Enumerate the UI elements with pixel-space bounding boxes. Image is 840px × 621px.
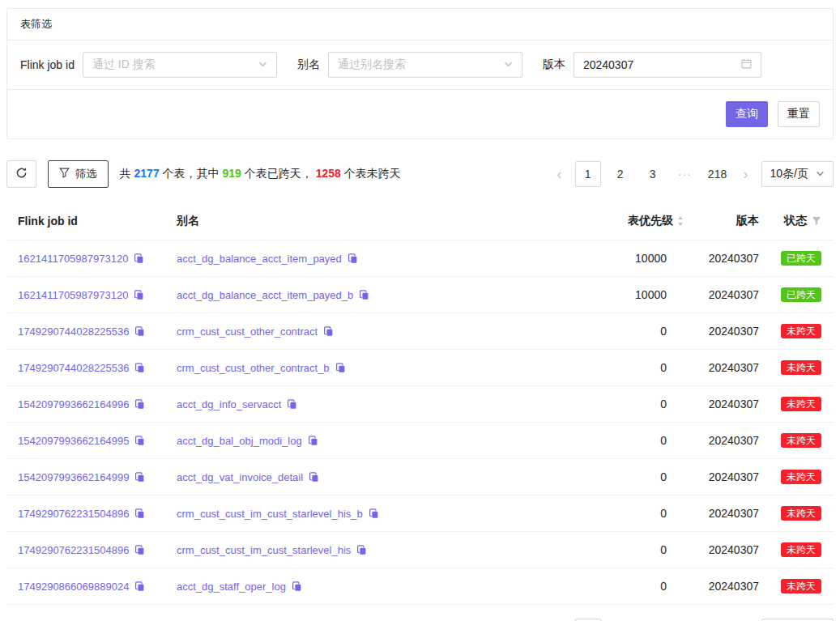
alias-select[interactable]: 通过别名搜索 [328,52,522,78]
page-size-select[interactable]: 10条/页 [761,161,834,187]
copy-icon[interactable] [309,472,319,483]
alias-link[interactable]: crm_cust_cust_other_contract [177,325,318,338]
status-badge: 未跨天 [781,433,821,448]
page-button-218[interactable]: 218 [705,161,731,187]
status-badge: 未跨天 [781,397,821,411]
prev-page-button[interactable]: ‹ [551,161,569,187]
job-id-link[interactable]: 1542097993662164996 [18,398,129,410]
copy-icon[interactable] [134,436,145,446]
version-value: 20240307 [684,398,759,410]
table-header-row: Flink job id 别名 表优先级 版本 状态 [6,202,834,240]
version-label: 版本 [543,57,565,72]
copy-icon[interactable] [134,508,145,519]
copy-icon[interactable] [134,581,145,592]
status-badge: 已跨天 [781,287,821,302]
priority-value: 0 [563,398,684,410]
copy-icon[interactable] [134,363,145,373]
reset-button[interactable]: 重置 [778,101,820,127]
table-body: 1621411705987973120 acct_dg_balance_acct… [6,240,834,605]
filter-button[interactable]: 筛选 [48,160,109,188]
status-badge: 未跨天 [781,360,821,375]
funnel-icon [59,168,70,181]
column-header-version: 版本 [684,202,759,240]
copy-icon[interactable] [134,545,145,555]
alias-link[interactable]: crm_cust_cust_other_contract_b [177,362,330,374]
job-id-link[interactable]: 1621411705987973120 [18,289,128,301]
status-badge: 未跨天 [781,470,821,484]
filter-panel-title: 表筛选 [7,9,833,40]
copy-icon[interactable] [323,326,334,337]
alias-link[interactable]: acct_dg_balance_acct_item_payed_b [177,289,353,301]
version-value: 20240307 [684,580,759,593]
table-row: 1542097993662164999 acct_dg_vat_invoice_… [6,459,834,496]
priority-value: 0 [563,434,684,447]
version-value: 20240307 [684,470,759,483]
page-button-3[interactable]: 3 [640,161,666,187]
column-header-job-id: Flink job id [6,203,177,239]
alias-link[interactable]: acct_dg_balance_acct_item_payed [177,253,342,265]
priority-value: 10000 [563,252,684,265]
copy-icon[interactable] [308,436,318,446]
copy-icon[interactable] [134,290,144,300]
copy-icon[interactable] [134,326,145,337]
query-button[interactable]: 查询 [726,101,768,127]
version-date-value: 20240307 [583,58,633,71]
version-value: 20240307 [684,325,759,338]
alias-link[interactable]: acct_dg_vat_invoice_detail [177,471,303,483]
alias-link[interactable]: crm_cust_cust_im_cust_starlevel_his_b [177,508,363,520]
column-header-status: 状态 [759,202,834,240]
job-id-link[interactable]: 1749290762231504896 [18,508,129,520]
job-id-link[interactable]: 1749290744028225536 [18,362,129,374]
copy-icon[interactable] [292,581,302,592]
job-id-link[interactable]: 1621411705987973120 [18,253,128,265]
copy-icon[interactable] [359,290,369,300]
alias-placeholder: 通过别名搜索 [338,57,406,72]
job-id-link[interactable]: 1749290744028225536 [18,325,129,338]
copy-icon[interactable] [134,399,145,410]
table-toolbar: 筛选 共 2177 个表，其中 919 个表已跨天， 1258 个表未跨天 ‹ … [6,160,834,188]
copy-icon[interactable] [134,253,144,264]
priority-value: 0 [563,361,684,374]
table-row: 1542097993662164996 acct_dg_info_servacc… [6,386,834,423]
column-header-priority: 表优先级 [563,202,684,240]
table-row: 1749290744028225536 crm_cust_cust_other_… [6,313,834,350]
priority-value: 0 [563,543,684,556]
table-row: 1749290762231504896 crm_cust_cust_im_cus… [6,532,834,568]
chevron-down-icon [816,168,825,181]
priority-value: 0 [563,470,684,483]
job-id-select[interactable]: 通过 ID 搜索 [83,52,277,78]
filter-button-label: 筛选 [75,167,97,181]
copy-icon[interactable] [369,508,379,519]
job-id-link[interactable]: 1749290762231504896 [18,544,129,556]
copy-icon[interactable] [134,472,145,483]
copy-icon[interactable] [356,545,367,555]
status-filter-funnel-icon[interactable] [812,216,821,226]
summary-total-count: 2177 [134,167,160,180]
copy-icon[interactable] [287,399,297,410]
page-button-2[interactable]: 2 [608,161,633,187]
table-row: 1749290744028225536 crm_cust_cust_other_… [6,350,834,386]
page-button-1[interactable]: 1 [575,161,601,187]
alias-link[interactable]: crm_cust_cust_im_cust_starlevel_his [177,544,351,556]
job-id-link[interactable]: 1542097993662164995 [18,435,129,447]
status-badge: 未跨天 [781,506,821,521]
sort-icon[interactable] [676,215,684,227]
next-page-button[interactable]: › [737,161,755,187]
job-id-link[interactable]: 1749290866069889024 [18,581,129,593]
page-size-label: 10条/页 [770,167,808,181]
copy-icon[interactable] [348,253,358,264]
pagination-top: ‹ 123···218 › 10条/页 [551,161,834,187]
table-row: 1621411705987973120 acct_dg_balance_acct… [6,277,834,313]
version-date-input[interactable]: 20240307 [574,52,761,78]
priority-value: 0 [563,325,684,338]
alias-link[interactable]: acct_dg_bal_obj_modi_log [177,435,302,447]
alias-link[interactable]: acct_dg_staff_oper_log [177,581,286,593]
refresh-button[interactable] [6,160,36,188]
filter-actions-row: 查询 重置 [7,90,833,138]
status-badge: 未跨天 [781,579,821,593]
status-badge: 未跨天 [781,542,821,557]
job-id-link[interactable]: 1542097993662164999 [18,471,129,483]
alias-link[interactable]: acct_dg_info_servacct [177,398,281,410]
version-value: 20240307 [684,361,759,374]
copy-icon[interactable] [335,363,346,373]
